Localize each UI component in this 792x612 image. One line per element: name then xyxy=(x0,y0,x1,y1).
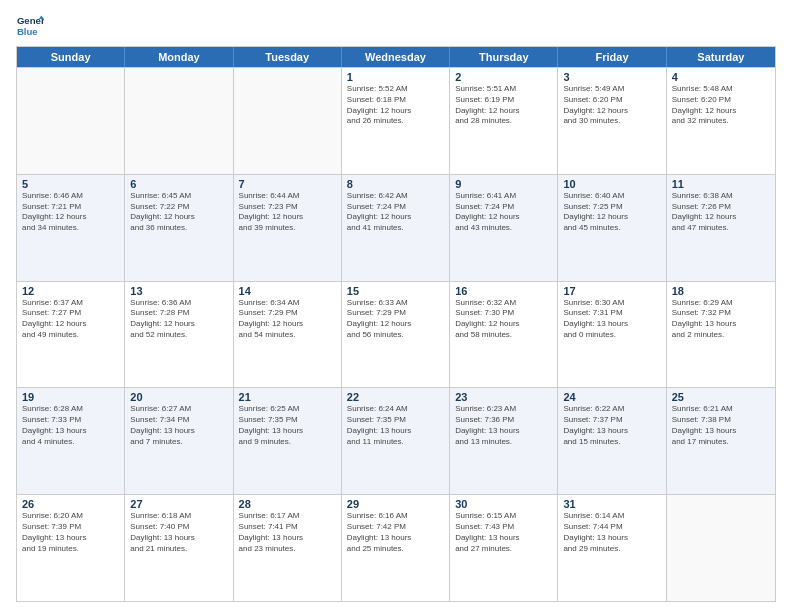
calendar-row-5: 26Sunrise: 6:20 AM Sunset: 7:39 PM Dayli… xyxy=(17,494,775,601)
day-number: 13 xyxy=(130,285,227,297)
calendar-row-1: 1Sunrise: 5:52 AM Sunset: 6:18 PM Daylig… xyxy=(17,67,775,174)
calendar-cell: 16Sunrise: 6:32 AM Sunset: 7:30 PM Dayli… xyxy=(450,282,558,388)
day-number: 29 xyxy=(347,498,444,510)
calendar-body: 1Sunrise: 5:52 AM Sunset: 6:18 PM Daylig… xyxy=(17,67,775,601)
day-info: Sunrise: 6:16 AM Sunset: 7:42 PM Dayligh… xyxy=(347,511,444,554)
day-number: 25 xyxy=(672,391,770,403)
day-info: Sunrise: 6:22 AM Sunset: 7:37 PM Dayligh… xyxy=(563,404,660,447)
calendar-header-row: SundayMondayTuesdayWednesdayThursdayFrid… xyxy=(17,47,775,67)
day-number: 19 xyxy=(22,391,119,403)
header-day-friday: Friday xyxy=(558,47,666,67)
calendar-cell: 27Sunrise: 6:18 AM Sunset: 7:40 PM Dayli… xyxy=(125,495,233,601)
day-number: 24 xyxy=(563,391,660,403)
header-day-wednesday: Wednesday xyxy=(342,47,450,67)
day-number: 27 xyxy=(130,498,227,510)
calendar-cell: 30Sunrise: 6:15 AM Sunset: 7:43 PM Dayli… xyxy=(450,495,558,601)
calendar-row-4: 19Sunrise: 6:28 AM Sunset: 7:33 PM Dayli… xyxy=(17,387,775,494)
calendar-cell: 19Sunrise: 6:28 AM Sunset: 7:33 PM Dayli… xyxy=(17,388,125,494)
day-info: Sunrise: 6:46 AM Sunset: 7:21 PM Dayligh… xyxy=(22,191,119,234)
calendar-cell: 6Sunrise: 6:45 AM Sunset: 7:22 PM Daylig… xyxy=(125,175,233,281)
calendar-cell: 8Sunrise: 6:42 AM Sunset: 7:24 PM Daylig… xyxy=(342,175,450,281)
day-number: 18 xyxy=(672,285,770,297)
day-info: Sunrise: 6:33 AM Sunset: 7:29 PM Dayligh… xyxy=(347,298,444,341)
calendar-cell: 3Sunrise: 5:49 AM Sunset: 6:20 PM Daylig… xyxy=(558,68,666,174)
calendar-cell: 23Sunrise: 6:23 AM Sunset: 7:36 PM Dayli… xyxy=(450,388,558,494)
day-info: Sunrise: 5:52 AM Sunset: 6:18 PM Dayligh… xyxy=(347,84,444,127)
calendar-cell xyxy=(234,68,342,174)
calendar-cell: 25Sunrise: 6:21 AM Sunset: 7:38 PM Dayli… xyxy=(667,388,775,494)
svg-text:Blue: Blue xyxy=(17,26,38,37)
calendar-cell xyxy=(17,68,125,174)
day-info: Sunrise: 5:49 AM Sunset: 6:20 PM Dayligh… xyxy=(563,84,660,127)
header-day-tuesday: Tuesday xyxy=(234,47,342,67)
day-info: Sunrise: 6:30 AM Sunset: 7:31 PM Dayligh… xyxy=(563,298,660,341)
day-info: Sunrise: 6:17 AM Sunset: 7:41 PM Dayligh… xyxy=(239,511,336,554)
day-number: 4 xyxy=(672,71,770,83)
day-info: Sunrise: 6:20 AM Sunset: 7:39 PM Dayligh… xyxy=(22,511,119,554)
day-info: Sunrise: 6:45 AM Sunset: 7:22 PM Dayligh… xyxy=(130,191,227,234)
day-number: 16 xyxy=(455,285,552,297)
header-day-thursday: Thursday xyxy=(450,47,558,67)
day-number: 7 xyxy=(239,178,336,190)
calendar-cell: 17Sunrise: 6:30 AM Sunset: 7:31 PM Dayli… xyxy=(558,282,666,388)
day-number: 17 xyxy=(563,285,660,297)
day-number: 20 xyxy=(130,391,227,403)
calendar-cell: 22Sunrise: 6:24 AM Sunset: 7:35 PM Dayli… xyxy=(342,388,450,494)
day-number: 15 xyxy=(347,285,444,297)
logo: General Blue xyxy=(16,12,44,40)
calendar-cell: 10Sunrise: 6:40 AM Sunset: 7:25 PM Dayli… xyxy=(558,175,666,281)
day-number: 11 xyxy=(672,178,770,190)
page: General Blue SundayMondayTuesdayWednesda… xyxy=(0,0,792,612)
day-info: Sunrise: 6:44 AM Sunset: 7:23 PM Dayligh… xyxy=(239,191,336,234)
calendar-cell: 26Sunrise: 6:20 AM Sunset: 7:39 PM Dayli… xyxy=(17,495,125,601)
day-info: Sunrise: 6:37 AM Sunset: 7:27 PM Dayligh… xyxy=(22,298,119,341)
calendar-cell: 11Sunrise: 6:38 AM Sunset: 7:26 PM Dayli… xyxy=(667,175,775,281)
header-day-saturday: Saturday xyxy=(667,47,775,67)
header-day-sunday: Sunday xyxy=(17,47,125,67)
calendar-cell: 24Sunrise: 6:22 AM Sunset: 7:37 PM Dayli… xyxy=(558,388,666,494)
day-info: Sunrise: 6:42 AM Sunset: 7:24 PM Dayligh… xyxy=(347,191,444,234)
day-info: Sunrise: 6:24 AM Sunset: 7:35 PM Dayligh… xyxy=(347,404,444,447)
day-number: 28 xyxy=(239,498,336,510)
calendar-cell: 7Sunrise: 6:44 AM Sunset: 7:23 PM Daylig… xyxy=(234,175,342,281)
calendar-cell xyxy=(125,68,233,174)
day-number: 22 xyxy=(347,391,444,403)
calendar-cell: 1Sunrise: 5:52 AM Sunset: 6:18 PM Daylig… xyxy=(342,68,450,174)
day-info: Sunrise: 6:21 AM Sunset: 7:38 PM Dayligh… xyxy=(672,404,770,447)
calendar-cell: 2Sunrise: 5:51 AM Sunset: 6:19 PM Daylig… xyxy=(450,68,558,174)
header-day-monday: Monday xyxy=(125,47,233,67)
calendar-cell: 13Sunrise: 6:36 AM Sunset: 7:28 PM Dayli… xyxy=(125,282,233,388)
day-number: 5 xyxy=(22,178,119,190)
calendar-cell xyxy=(667,495,775,601)
day-number: 2 xyxy=(455,71,552,83)
day-info: Sunrise: 6:32 AM Sunset: 7:30 PM Dayligh… xyxy=(455,298,552,341)
calendar-cell: 15Sunrise: 6:33 AM Sunset: 7:29 PM Dayli… xyxy=(342,282,450,388)
day-info: Sunrise: 6:27 AM Sunset: 7:34 PM Dayligh… xyxy=(130,404,227,447)
day-info: Sunrise: 6:18 AM Sunset: 7:40 PM Dayligh… xyxy=(130,511,227,554)
day-number: 21 xyxy=(239,391,336,403)
calendar-row-2: 5Sunrise: 6:46 AM Sunset: 7:21 PM Daylig… xyxy=(17,174,775,281)
calendar-cell: 21Sunrise: 6:25 AM Sunset: 7:35 PM Dayli… xyxy=(234,388,342,494)
day-number: 1 xyxy=(347,71,444,83)
day-info: Sunrise: 6:15 AM Sunset: 7:43 PM Dayligh… xyxy=(455,511,552,554)
calendar-cell: 4Sunrise: 5:48 AM Sunset: 6:20 PM Daylig… xyxy=(667,68,775,174)
calendar: SundayMondayTuesdayWednesdayThursdayFrid… xyxy=(16,46,776,602)
header: General Blue xyxy=(16,12,776,40)
day-info: Sunrise: 6:34 AM Sunset: 7:29 PM Dayligh… xyxy=(239,298,336,341)
calendar-row-3: 12Sunrise: 6:37 AM Sunset: 7:27 PM Dayli… xyxy=(17,281,775,388)
day-number: 26 xyxy=(22,498,119,510)
day-info: Sunrise: 6:23 AM Sunset: 7:36 PM Dayligh… xyxy=(455,404,552,447)
day-number: 12 xyxy=(22,285,119,297)
day-info: Sunrise: 5:51 AM Sunset: 6:19 PM Dayligh… xyxy=(455,84,552,127)
day-number: 8 xyxy=(347,178,444,190)
calendar-cell: 29Sunrise: 6:16 AM Sunset: 7:42 PM Dayli… xyxy=(342,495,450,601)
day-number: 3 xyxy=(563,71,660,83)
calendar-cell: 31Sunrise: 6:14 AM Sunset: 7:44 PM Dayli… xyxy=(558,495,666,601)
day-info: Sunrise: 6:25 AM Sunset: 7:35 PM Dayligh… xyxy=(239,404,336,447)
logo-icon: General Blue xyxy=(16,12,44,40)
day-info: Sunrise: 6:40 AM Sunset: 7:25 PM Dayligh… xyxy=(563,191,660,234)
calendar-cell: 9Sunrise: 6:41 AM Sunset: 7:24 PM Daylig… xyxy=(450,175,558,281)
day-number: 30 xyxy=(455,498,552,510)
day-info: Sunrise: 6:14 AM Sunset: 7:44 PM Dayligh… xyxy=(563,511,660,554)
calendar-cell: 5Sunrise: 6:46 AM Sunset: 7:21 PM Daylig… xyxy=(17,175,125,281)
